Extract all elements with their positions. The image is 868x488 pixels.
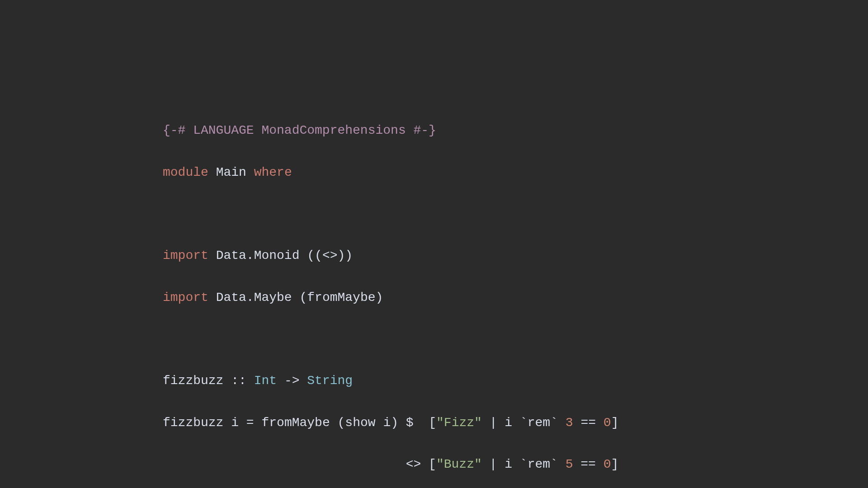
- import-module: Data.Monoid: [216, 249, 300, 263]
- code-line-signature: fizzbuzz :: Int -> String: [163, 371, 868, 391]
- append-op: <>: [406, 457, 421, 471]
- equals: =: [246, 416, 254, 430]
- show-arg: i: [383, 416, 391, 430]
- func-rem: rem: [528, 457, 550, 471]
- code-line-import: import Data.Monoid ((<>)): [163, 245, 868, 266]
- backtick: `: [550, 416, 558, 430]
- eq-eq: ==: [580, 416, 596, 430]
- eq-eq: ==: [580, 457, 596, 471]
- import-spec: ((<>)): [307, 249, 353, 263]
- backtick: `: [520, 457, 528, 471]
- number-three: 3: [566, 416, 573, 430]
- keyword-import: import: [163, 249, 208, 263]
- bracket-open: [: [429, 457, 436, 471]
- import-spec: (fromMaybe): [299, 291, 383, 305]
- number-five: 5: [566, 457, 573, 471]
- indent: [163, 457, 406, 471]
- func-rem: rem: [528, 416, 550, 430]
- var-i: i: [505, 416, 512, 430]
- number-zero: 0: [604, 416, 611, 430]
- func-call: fromMaybe: [261, 416, 330, 430]
- string-buzz: "Buzz": [436, 457, 482, 471]
- pipe: |: [490, 416, 497, 430]
- keyword-import: import: [163, 291, 208, 305]
- string-fizz: "Fizz": [436, 416, 482, 430]
- code-line-blank: [163, 204, 868, 225]
- type-colons: ::: [231, 374, 246, 388]
- bracket-open: [: [429, 416, 436, 430]
- paren-close: ): [391, 416, 398, 430]
- code-line-import: import Data.Maybe (fromMaybe): [163, 287, 868, 308]
- paren-open: (: [338, 416, 345, 430]
- type-arrow: ->: [284, 374, 300, 388]
- func-name: fizzbuzz: [163, 416, 223, 430]
- bracket-close: ]: [611, 457, 619, 471]
- type-int: Int: [254, 374, 277, 388]
- pragma-text: {-# LANGUAGE MonadComprehensions #-}: [163, 123, 436, 137]
- code-block: {-# LANGUAGE MonadComprehensions #-} mod…: [0, 0, 868, 488]
- func-name: fizzbuzz: [163, 374, 223, 388]
- code-line-definition: fizzbuzz i = fromMaybe (show i) $ ["Fizz…: [163, 413, 868, 433]
- code-line-continuation: <> ["Buzz" | i `rem` 5 == 0]: [163, 454, 868, 475]
- number-zero: 0: [604, 457, 611, 471]
- func-show: show: [345, 416, 375, 430]
- param: i: [231, 416, 239, 430]
- module-name: Main: [216, 165, 246, 179]
- backtick: `: [550, 457, 558, 471]
- keyword-module: module: [163, 165, 208, 179]
- code-line-module: module Main where: [163, 162, 868, 183]
- dollar-op: $: [406, 416, 414, 430]
- var-i: i: [505, 457, 512, 471]
- keyword-where: where: [254, 165, 292, 179]
- type-string: String: [307, 374, 353, 388]
- code-line-blank: [163, 329, 868, 350]
- backtick: `: [520, 416, 528, 430]
- code-line-pragma: {-# LANGUAGE MonadComprehensions #-}: [163, 120, 868, 141]
- import-module: Data.Maybe: [216, 291, 292, 305]
- pipe: |: [490, 457, 497, 471]
- bracket-close: ]: [611, 416, 619, 430]
